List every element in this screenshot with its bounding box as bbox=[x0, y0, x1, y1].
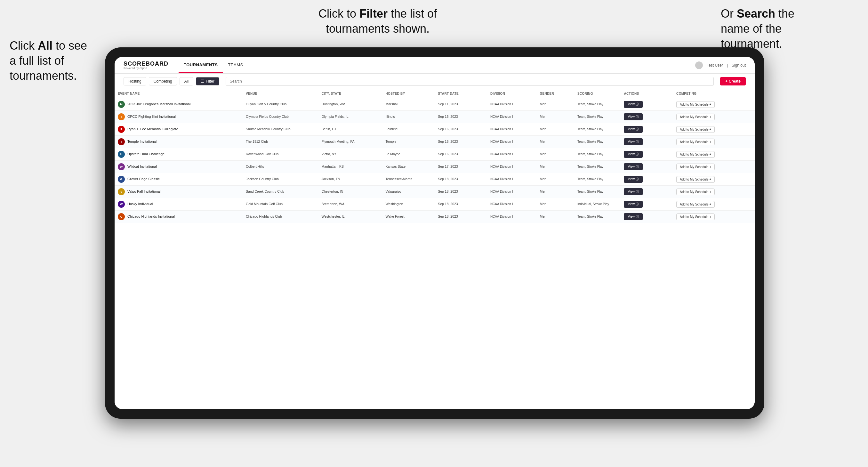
gender-cell-4: Men bbox=[536, 136, 574, 148]
add-schedule-button-1[interactable]: Add to My Schedule + bbox=[676, 101, 715, 108]
add-schedule-button-3[interactable]: Add to My Schedule + bbox=[676, 126, 715, 133]
actions-cell-1: View ⓘ bbox=[621, 98, 673, 111]
team-logo-3: F bbox=[118, 126, 125, 133]
competing-tab[interactable]: Competing bbox=[149, 77, 177, 86]
venue-cell-9: Gold Mountain Golf Club bbox=[243, 198, 318, 211]
separator: | bbox=[727, 63, 728, 67]
logo-area: SCOREBOARD Powered by clippd bbox=[124, 61, 168, 70]
view-button-3[interactable]: View ⓘ bbox=[624, 126, 642, 133]
table-body: M 2023 Joe Feaganes Marshall Invitationa… bbox=[115, 98, 755, 223]
app-header: SCOREBOARD Powered by clippd TOURNAMENTS… bbox=[115, 57, 755, 73]
add-schedule-button-7[interactable]: Add to My Schedule + bbox=[676, 176, 715, 183]
date-cell-4: Sep 16, 2023 bbox=[435, 136, 487, 148]
all-tab[interactable]: All bbox=[180, 77, 193, 86]
tablet-screen: SCOREBOARD Powered by clippd TOURNAMENTS… bbox=[115, 57, 755, 409]
venue-cell-10: Chicago Highlands Club bbox=[243, 211, 318, 223]
division-cell-7: NCAA Division I bbox=[487, 173, 537, 186]
gender-cell-10: Men bbox=[536, 211, 574, 223]
event-name-cell-6: W Wildcat Invitational bbox=[115, 161, 243, 173]
view-button-2[interactable]: View ⓘ bbox=[624, 113, 642, 120]
event-name-cell-1: M 2023 Joe Feaganes Marshall Invitationa… bbox=[115, 98, 243, 111]
scoring-cell-8: Team, Stroke Play bbox=[574, 186, 621, 198]
event-name-cell-3: F Ryan T. Lee Memorial Collegiate bbox=[115, 123, 243, 136]
search-input[interactable] bbox=[226, 77, 714, 86]
event-name-9: Husky Individual bbox=[127, 201, 153, 207]
division-cell-3: NCAA Division I bbox=[487, 123, 537, 136]
event-name-cell-4: T Temple Invitational bbox=[115, 136, 243, 148]
venue-cell-4: The 1912 Club bbox=[243, 136, 318, 148]
event-name-cell-9: W Husky Individual bbox=[115, 198, 243, 211]
add-schedule-button-8[interactable]: Add to My Schedule + bbox=[676, 189, 715, 195]
event-name-5: Upstate Dual Challenge bbox=[127, 152, 164, 157]
actions-cell-8: View ⓘ bbox=[621, 186, 673, 198]
view-button-8[interactable]: View ⓘ bbox=[624, 188, 642, 195]
event-name-cell-7: G Grover Page Classic bbox=[115, 173, 243, 186]
add-schedule-button-6[interactable]: Add to My Schedule + bbox=[676, 163, 715, 170]
search-box bbox=[226, 77, 714, 86]
venue-cell-5: Ravenwood Golf Club bbox=[243, 148, 318, 161]
nav-tab-teams[interactable]: TEAMS bbox=[223, 57, 248, 73]
event-name-cell-10: C Chicago Highlands Invitational bbox=[115, 211, 243, 223]
table-row: C Chicago Highlands Invitational Chicago… bbox=[115, 211, 755, 223]
hosting-tab[interactable]: Hosting bbox=[124, 77, 146, 86]
event-name-8: Valpo Fall Invitational bbox=[127, 189, 161, 194]
team-logo-6: W bbox=[118, 163, 125, 170]
tournaments-table: EVENT NAME VENUE CITY, STATE HOSTED BY S… bbox=[115, 89, 755, 223]
date-cell-6: Sep 17, 2023 bbox=[435, 161, 487, 173]
competing-cell-8: Add to My Schedule + bbox=[673, 186, 755, 198]
col-header-event: EVENT NAME bbox=[115, 89, 243, 98]
tablet-frame: SCOREBOARD Powered by clippd TOURNAMENTS… bbox=[105, 48, 764, 419]
view-button-9[interactable]: View ⓘ bbox=[624, 201, 642, 208]
view-button-7[interactable]: View ⓘ bbox=[624, 176, 642, 183]
venue-cell-1: Guyan Golf & Country Club bbox=[243, 98, 318, 111]
nav-tabs: TOURNAMENTS TEAMS bbox=[179, 57, 695, 73]
annotation-search: Or Search thename of thetournament. bbox=[721, 6, 849, 51]
venue-cell-3: Shuttle Meadow Country Club bbox=[243, 123, 318, 136]
event-name-2: OFCC Fighting Illini Invitational bbox=[127, 114, 176, 119]
header-right: Test User | Sign out bbox=[695, 61, 746, 69]
table-row: I OFCC Fighting Illini Invitational Olym… bbox=[115, 111, 755, 123]
venue-cell-8: Sand Creek Country Club bbox=[243, 186, 318, 198]
view-button-4[interactable]: View ⓘ bbox=[624, 138, 642, 145]
event-name-cell-8: V Valpo Fall Invitational bbox=[115, 186, 243, 198]
hosted-cell-9: Washington bbox=[382, 198, 435, 211]
city-cell-9: Bremerton, WA bbox=[318, 198, 382, 211]
add-schedule-button-5[interactable]: Add to My Schedule + bbox=[676, 151, 715, 158]
add-schedule-button-2[interactable]: Add to My Schedule + bbox=[676, 114, 715, 120]
city-cell-8: Chesterton, IN bbox=[318, 186, 382, 198]
add-schedule-button-4[interactable]: Add to My Schedule + bbox=[676, 138, 715, 145]
view-button-10[interactable]: View ⓘ bbox=[624, 213, 642, 220]
view-button-5[interactable]: View ⓘ bbox=[624, 151, 642, 158]
view-button-6[interactable]: View ⓘ bbox=[624, 163, 642, 170]
actions-cell-3: View ⓘ bbox=[621, 123, 673, 136]
event-name-cell-5: U Upstate Dual Challenge bbox=[115, 148, 243, 161]
filter-button[interactable]: ☰ Filter bbox=[196, 77, 219, 86]
scoring-cell-1: Team, Stroke Play bbox=[574, 98, 621, 111]
table-header-row: EVENT NAME VENUE CITY, STATE HOSTED BY S… bbox=[115, 89, 755, 98]
add-schedule-button-9[interactable]: Add to My Schedule + bbox=[676, 201, 715, 208]
nav-tab-tournaments[interactable]: TOURNAMENTS bbox=[179, 57, 223, 73]
user-name: Test User bbox=[707, 63, 723, 67]
col-header-competing: COMPETING bbox=[673, 89, 755, 98]
event-name-1: 2023 Joe Feaganes Marshall Invitational bbox=[127, 102, 191, 106]
create-button[interactable]: + Create bbox=[720, 77, 746, 86]
scoring-cell-7: Team, Stroke Play bbox=[574, 173, 621, 186]
table-container: EVENT NAME VENUE CITY, STATE HOSTED BY S… bbox=[115, 89, 755, 409]
team-logo-2: I bbox=[118, 113, 125, 120]
col-header-gender: GENDER bbox=[536, 89, 574, 98]
date-cell-5: Sep 16, 2023 bbox=[435, 148, 487, 161]
event-name-10: Chicago Highlands Invitational bbox=[127, 214, 175, 219]
actions-cell-4: View ⓘ bbox=[621, 136, 673, 148]
add-schedule-button-10[interactable]: Add to My Schedule + bbox=[676, 214, 715, 220]
city-cell-7: Jackson, TN bbox=[318, 173, 382, 186]
competing-cell-3: Add to My Schedule + bbox=[673, 123, 755, 136]
sign-out-link[interactable]: Sign out bbox=[732, 63, 746, 67]
view-button-1[interactable]: View ⓘ bbox=[624, 101, 642, 108]
col-header-city: CITY, STATE bbox=[318, 89, 382, 98]
competing-cell-9: Add to My Schedule + bbox=[673, 198, 755, 211]
division-cell-2: NCAA Division I bbox=[487, 111, 537, 123]
competing-cell-5: Add to My Schedule + bbox=[673, 148, 755, 161]
gender-cell-5: Men bbox=[536, 148, 574, 161]
gender-cell-7: Men bbox=[536, 173, 574, 186]
annotation-all: Click All to seea full list oftournament… bbox=[9, 38, 118, 83]
